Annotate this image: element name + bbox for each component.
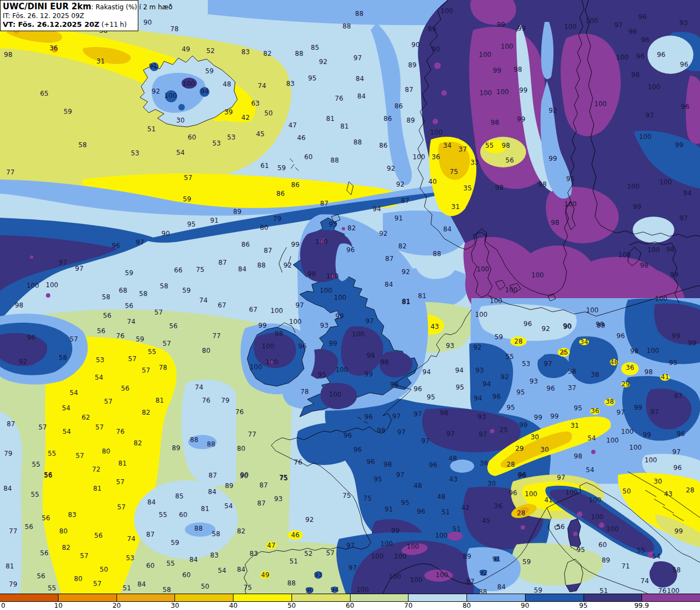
humidity-value-label: 99 [329,340,337,347]
humidity-value-label: 84 [384,281,393,288]
colorbar-segment [292,594,351,601]
humidity-value-label: 96 [616,332,625,340]
humidity-value-label: 100 [475,311,488,318]
humidity-value-label: 28 [517,509,525,517]
humidity-value-label: 40 [428,178,436,185]
humidity-value-label: 90 [240,472,248,480]
humidity-value-label: 54 [62,404,70,412]
humidity-value-label: 87 [259,481,267,489]
humidity-value-label: 60 [304,153,312,161]
humidity-value-label: 95 [669,359,677,367]
humidity-value-label: 30 [176,117,184,124]
humidity-value-label: 51 [441,508,450,516]
humidity-value-label: 98 [390,381,398,388]
humidity-value-label: 89 [602,556,610,564]
humidity-value-label: 87 [257,499,265,507]
humidity-value-label: 98 [538,181,546,188]
humidity-value-label: 59 [522,558,530,566]
humidity-value-label: 29 [515,445,523,452]
humidity-value-label: 97 [674,392,682,400]
humidity-value-label: 57 [69,335,78,343]
humidity-value-label: 50 [100,566,108,573]
humidity-value-label: 97 [397,428,405,436]
humidity-value-label: 100 [27,282,39,289]
humidity-value-label: 92 [549,107,557,114]
humidity-value-label: 100 [648,246,660,254]
humidity-value-label: 36 [494,502,502,510]
humidity-value-label: 52 [206,47,214,55]
humidity-value-label: 100 [435,532,448,539]
humidity-value-label: 93 [529,377,538,385]
humidity-value-label: 56 [97,327,105,335]
humidity-value-label: 76 [116,332,124,340]
humidity-value-label: 81 [418,292,426,300]
humidity-value-label: 85 [175,492,183,500]
humidity-value-label: 100 [589,496,602,504]
humidity-value-label: 50 [622,487,631,495]
humidity-value-label: 95 [187,220,195,228]
humidity-value-label: 98 [666,246,674,253]
humidity-value-label: 46 [297,134,305,142]
humidity-value-label: 25 [499,426,508,434]
valid-time: VT: Fös. 26.12.2025 20Z (+11 h) [3,20,135,29]
humidity-value-label: 99 [258,322,266,329]
humidity-value-label: 94 [482,380,491,388]
humidity-value-label: 76 [235,408,243,416]
humidity-value-label: 76 [202,397,210,404]
humidity-value-label: 30 [530,433,539,441]
humidity-value-label: 59 [534,586,542,594]
humidity-value-label: 89 [225,482,233,490]
humidity-value-label: 100 [660,178,672,186]
humidity-value-label: 100 [564,200,577,208]
humidity-value-label: 60 [598,541,606,549]
humidity-value-label: 36 [591,407,599,415]
colorbar-segment [59,594,117,601]
humidity-value-label: 95 [576,546,585,554]
humidity-value-label: 92 [151,88,160,95]
humidity-value-label: 82 [347,224,355,232]
humidity-value-label: 87 [385,255,393,263]
humidity-value-label: 48 [223,80,231,88]
humidity-value-label: 57 [326,549,334,557]
humidity-value-label: 56 [103,312,111,319]
humidity-value-label: 94 [200,88,208,95]
humidity-value-label: 100 [586,17,598,25]
humidity-value-label: 82 [237,527,245,535]
humidity-value-label: 84 [189,556,197,563]
humidity-value-label: 55 [48,450,56,457]
humidity-value-label: 84 [497,583,505,591]
humidity-value-label: 48 [448,455,457,462]
humidity-value-label: 75 [243,584,252,591]
humidity-value-label: 99 [674,527,682,535]
humidity-value-label: 74 [258,82,266,90]
humidity-value-label: 84 [237,566,245,573]
humidity-value-label: 83 [68,511,76,519]
humidity-value-label: 99 [391,527,399,535]
humidity-value-label: 71 [621,562,629,570]
humidity-value-label: 86 [291,181,299,189]
humidity-value-label: 87 [401,197,409,205]
humidity-value-label: 92 [379,230,387,237]
humidity-value-label: 78 [170,25,178,33]
humidity-value-label: 58 [102,293,110,301]
humidity-value-label: 97 [348,564,357,572]
humidity-value-label: 57 [128,355,136,363]
humidity-value-label: 100 [501,43,514,50]
humidity-value-label: 96 [546,385,555,392]
humidity-value-label: 88 [433,250,441,258]
colorbar-tick-label: 60 [346,602,354,609]
humidity-value-label: 95 [566,175,574,183]
humidity-value-label: 90 [143,19,151,26]
humidity-value-label: 31 [451,203,459,211]
humidity-value-label: 55 [485,142,493,149]
humidity-value-label: 65 [40,90,48,97]
humidity-value-label: 53 [126,554,134,562]
humidity-value-label: 100 [627,183,640,190]
humidity-value-label: 100 [629,444,642,451]
humidity-value-label: 60 [179,511,187,519]
humidity-value-label: 42 [461,504,469,512]
humidity-value-label: 98 [366,352,375,359]
humidity-value-label: 100 [407,543,419,550]
humidity-value-label: 68 [119,287,127,294]
colorbar-segment [409,594,467,601]
